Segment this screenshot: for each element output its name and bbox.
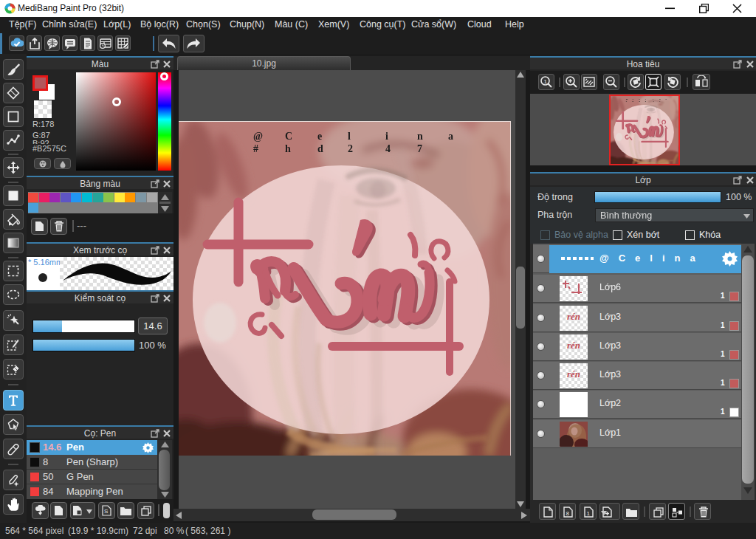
svg-text:1: 1 [544,78,548,85]
svg-text:8: 8 [566,510,570,517]
svg-text:1: 1 [587,510,591,517]
svg-text:S: S [104,508,108,515]
